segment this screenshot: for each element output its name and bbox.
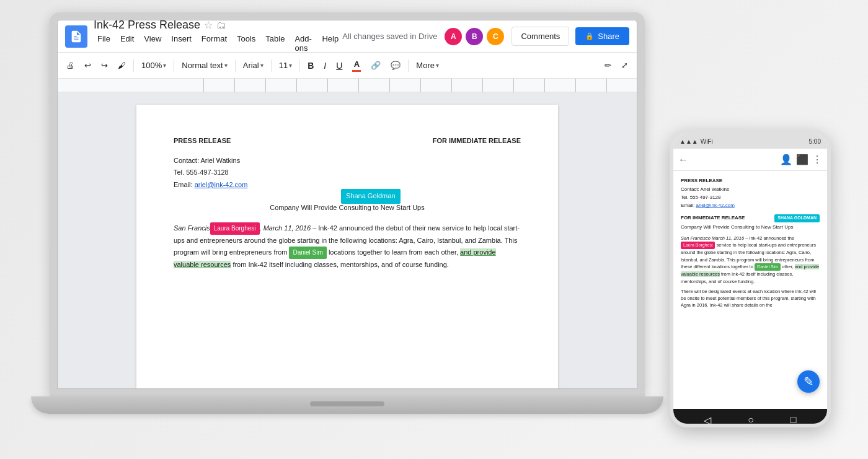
phone-more-icon[interactable]: ⋮ [812, 154, 822, 165]
doc-body-cont: , March 11, 2016 – [260, 224, 319, 232]
cursor-daniel: Daniel Sim [289, 247, 326, 260]
doc-subtitle: Company Will Provide Consulting to New S… [174, 203, 521, 214]
menu-view[interactable]: View [140, 33, 165, 54]
toolbar-font-select[interactable]: Arial ▾ [239, 58, 267, 72]
phone-subtitle: Company Will Provide Consulting to New S… [681, 224, 820, 231]
avatar-img-3: C [487, 28, 504, 45]
star-icon[interactable]: ☆ [204, 20, 213, 31]
style-chevron: ▾ [224, 62, 228, 69]
menu-addons[interactable]: Add-ons [291, 33, 316, 54]
toolbar-style-select[interactable]: Normal text ▾ [178, 58, 231, 72]
menu-insert[interactable]: Insert [167, 33, 195, 54]
doc-press-release-title: PRESS RELEASE [174, 136, 231, 147]
ruler-inner [173, 79, 637, 92]
size-chevron: ▾ [289, 62, 292, 69]
gdocs-menu: File Edit View Insert Format Tools Table… [94, 33, 342, 54]
toolbar-undo[interactable]: ↩ [81, 58, 95, 72]
toolbar-link[interactable]: 🔗 [367, 58, 384, 72]
toolbar-paintformat[interactable]: 🖌 [114, 58, 130, 72]
avatar-1: A [443, 27, 463, 46]
scene: Ink-42 Press Release ☆ 🗂 File Edit View … [0, 0, 868, 459]
toolbar-zoom-select[interactable]: 100% ▾ [138, 58, 170, 72]
gdocs-header-right: All changes saved in Drive A B C Comment… [342, 27, 629, 46]
doc-email-link[interactable]: ariel@ink-42.com [195, 181, 248, 188]
phone-people-icon[interactable]: 👤 [780, 154, 792, 165]
menu-edit[interactable]: Edit [117, 33, 138, 54]
toolbar-size-select[interactable]: 11 ▾ [275, 58, 296, 72]
font-value: Arial [243, 61, 259, 70]
font-color-bar [352, 70, 361, 72]
doc-email-label: Email: [174, 181, 195, 188]
toolbar-italic[interactable]: I [320, 58, 330, 73]
avatar-3: C [485, 27, 505, 46]
menu-file[interactable]: File [94, 33, 114, 54]
avatar-img-2: B [466, 28, 483, 45]
doc-subtitle-area: Shana Goldman Company Will Provide Consu… [174, 203, 521, 214]
doc-body: San FrancisLaura Borghesi, March 11, 201… [174, 222, 521, 270]
phone-back-icon[interactable]: ← [678, 154, 688, 165]
phone-time: 5:00 [809, 138, 821, 145]
phone-cursor-laura: Laura Borghesi [681, 242, 715, 250]
toolbar-font-color[interactable]: A [348, 57, 365, 74]
gdocs-logo-icon [65, 25, 87, 48]
toolbar-comment[interactable]: 💬 [387, 58, 404, 72]
doc-tel: Tel. 555-497-3128 [174, 167, 521, 178]
laptop-screen-outer: Ink-42 Press Release ☆ 🗂 File Edit View … [50, 12, 645, 396]
cursor-shana: Shana Goldman [341, 189, 401, 204]
avatar-2: B [464, 27, 484, 46]
toolbar-print[interactable]: 🖨 [63, 58, 78, 72]
toolbar-sep-6 [408, 59, 409, 72]
size-value: 11 [279, 61, 288, 70]
autosave-status: All changes saved in Drive [342, 32, 437, 41]
avatar-group: A B C [443, 27, 505, 46]
menu-tools[interactable]: Tools [233, 33, 259, 54]
toolbar-more[interactable]: More ▾ [412, 58, 443, 72]
zoom-chevron: ▾ [163, 62, 166, 69]
toolbar-pencil[interactable]: ✏ [601, 58, 615, 72]
phone-present-icon[interactable]: ⬛ [796, 154, 808, 165]
phone-tel: Tel. 555-497-3128 [681, 194, 820, 201]
font-chevron: ▾ [260, 62, 264, 69]
menu-help[interactable]: Help [318, 33, 342, 54]
gdocs-document-area[interactable]: PRESS RELEASE FOR IMMEDIATE RELEASE Cont… [58, 92, 637, 389]
phone-contact-name: Contact: Ariel Watkins [681, 186, 820, 193]
doc-press-release-header: PRESS RELEASE FOR IMMEDIATE RELEASE [174, 136, 521, 147]
gdocs-toolbar: 🖨 ↩ ↪ 🖌 100% ▾ Normal text ▾ [58, 53, 637, 79]
gdocs-title-area: Ink-42 Press Release ☆ 🗂 File Edit View … [94, 20, 342, 54]
phone-wifi-icon: WiFi [701, 138, 713, 145]
toolbar-sep-4 [271, 59, 272, 72]
menu-table[interactable]: Table [262, 33, 288, 54]
phone-highlight-green: and provide valuable resources [681, 264, 819, 278]
toolbar-sep-5 [299, 59, 300, 72]
phone-press-title: PRESS RELEASE [681, 177, 820, 185]
phone-email: Email: ariel@ink-42.com [681, 202, 820, 209]
toolbar-sep-3 [235, 59, 236, 72]
toolbar-sep-2 [174, 59, 174, 72]
share-label: Share [598, 32, 619, 41]
menu-format[interactable]: Format [198, 33, 231, 54]
phone-email-link[interactable]: ariel@ink-42.com [696, 203, 734, 208]
phone-for-immediate: FOR IMMEDIATE RELEASE Shana Goldman [681, 214, 820, 222]
phone-recents-btn[interactable]: □ [790, 414, 797, 426]
phone-for-immediate-text: FOR IMMEDIATE RELEASE [681, 214, 745, 222]
doc-title-text: Ink-42 Press Release [94, 20, 200, 32]
toolbar-underline[interactable]: U [332, 58, 346, 73]
zoom-value: 100% [141, 61, 162, 70]
gdocs-header: Ink-42 Press Release ☆ 🗂 File Edit View … [58, 20, 637, 53]
doc-san-francisco: San Francis [174, 224, 210, 232]
doc-highlighted-text: and provide valuable resources [174, 248, 496, 269]
phone-back-btn[interactable]: ◁ [704, 414, 711, 426]
phone-email-label: Email: [681, 203, 696, 208]
folder-icon[interactable]: 🗂 [216, 20, 226, 31]
toolbar-expand[interactable]: ⤢ [618, 58, 632, 72]
toolbar-redo[interactable]: ↪ [97, 58, 112, 72]
phone-home-btn[interactable]: ○ [748, 414, 754, 426]
comments-button[interactable]: Comments [512, 27, 569, 46]
toolbar-bold[interactable]: B [304, 58, 317, 73]
document-page: PRESS RELEASE FOR IMMEDIATE RELEASE Cont… [136, 105, 558, 389]
share-button[interactable]: 🔒 Share [575, 27, 629, 45]
phone-cursor-daniel: Daniel Sim [755, 263, 781, 271]
phone-fab[interactable]: ✎ [797, 370, 820, 393]
style-value: Normal text [182, 61, 223, 70]
doc-contact-name: Contact: Ariel Watkins [174, 155, 521, 167]
